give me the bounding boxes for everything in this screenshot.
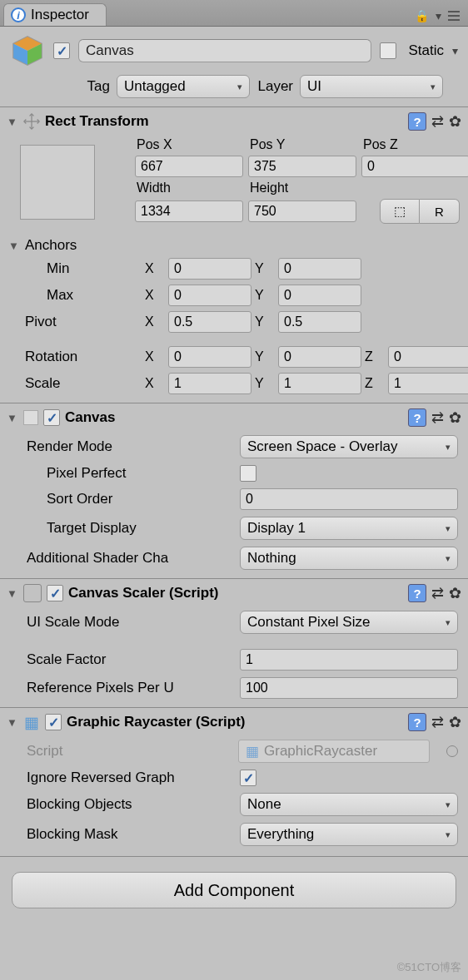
preset-icon[interactable]: ⇄ — [431, 584, 444, 602]
preset-icon[interactable]: ⇄ — [431, 713, 444, 731]
pos-z-label: Pos Z — [361, 137, 468, 152]
foldout-icon[interactable]: ▼ — [7, 587, 18, 600]
sort-order-label: Sort Order — [47, 491, 233, 507]
chevron-down-icon: ▾ — [237, 82, 242, 92]
pivot-y-input[interactable] — [278, 311, 361, 333]
rotation-y-input[interactable] — [278, 346, 361, 368]
raw-edit-button[interactable]: R — [420, 199, 460, 224]
static-checkbox[interactable] — [380, 42, 396, 59]
scale-row: Scale X Y Z — [0, 370, 468, 403]
object-name-input[interactable] — [78, 39, 371, 62]
anchor-min-y-input[interactable] — [278, 258, 361, 280]
add-component-button[interactable]: Add Component — [12, 872, 456, 908]
anchor-preset-button[interactable] — [20, 145, 95, 220]
target-display-dropdown[interactable]: Display 1▾ — [240, 517, 458, 540]
ref-pixels-input[interactable] — [240, 677, 458, 699]
gameobject-icon[interactable] — [10, 33, 45, 68]
scale-z-input[interactable] — [388, 373, 468, 394]
component-enabled-checkbox[interactable] — [45, 714, 62, 730]
gear-icon[interactable]: ✿ — [449, 112, 461, 131]
pivot-x-input[interactable] — [168, 311, 251, 333]
height-input[interactable] — [248, 200, 356, 222]
component-enabled-checkbox[interactable] — [43, 409, 60, 426]
gear-icon[interactable]: ✿ — [449, 408, 461, 427]
sort-order-input[interactable] — [240, 488, 458, 510]
tab-menu-icon[interactable]: ▾ — [436, 9, 441, 22]
pixel-perfect-label: Pixel Perfect — [47, 465, 233, 482]
rect-transform-icon — [23, 113, 40, 130]
height-label: Height — [248, 181, 356, 196]
render-mode-label: Render Mode — [27, 438, 233, 455]
tag-dropdown[interactable]: Untagged▾ — [117, 75, 250, 98]
chevron-down-icon: ▾ — [446, 799, 451, 810]
anchor-max-x-input[interactable] — [168, 285, 251, 306]
object-header: Static ▾ — [0, 27, 468, 72]
layer-dropdown[interactable]: UI▾ — [300, 75, 443, 98]
scale-factor-input[interactable] — [240, 649, 458, 671]
pos-z-input[interactable] — [361, 156, 468, 177]
info-icon: i — [11, 7, 26, 22]
shader-channels-label: Additional Shader Cha — [27, 550, 233, 567]
ui-scale-mode-dropdown[interactable]: Constant Pixel Size▾ — [240, 611, 458, 634]
anchor-min-x-input[interactable] — [168, 258, 251, 280]
section-title: Canvas Scaler (Script) — [68, 585, 218, 601]
width-input[interactable] — [135, 200, 243, 222]
pixel-perfect-checkbox[interactable] — [240, 465, 256, 482]
scale-x-input[interactable] — [168, 373, 251, 394]
graphic-raycaster-icon: ▦ — [23, 714, 40, 730]
blueprint-mode-button[interactable]: ⬚ — [380, 199, 420, 224]
foldout-icon[interactable]: ▼ — [8, 240, 20, 252]
gear-icon[interactable]: ✿ — [449, 584, 461, 602]
anchor-max-y-input[interactable] — [278, 285, 361, 306]
rect-transform-section: ▼ Rect Transform ? ⇄ ✿ Pos X Pos Y Pos Z… — [0, 106, 468, 403]
target-display-label: Target Display — [47, 520, 233, 537]
ignore-reversed-label: Ignore Reversed Graph — [27, 770, 233, 786]
anchors-label: Anchors — [25, 237, 77, 254]
preset-icon[interactable]: ⇄ — [431, 408, 444, 427]
canvas-section: ▼ Canvas ? ⇄ ✿ Render Mode Screen Space … — [0, 403, 468, 578]
rotation-x-input[interactable] — [168, 346, 251, 368]
tab-bar: i Inspector 🔒 ▾ — [0, 0, 468, 27]
active-checkbox[interactable] — [53, 42, 70, 59]
pos-y-input[interactable] — [248, 156, 356, 177]
render-mode-dropdown[interactable]: Screen Space - Overlay▾ — [240, 435, 458, 458]
canvas-scaler-section: ▼ Canvas Scaler (Script) ? ⇄ ✿ UI Scale … — [0, 578, 468, 707]
preset-icon[interactable]: ⇄ — [431, 112, 444, 131]
foldout-icon[interactable]: ▼ — [7, 116, 18, 128]
pos-x-label: Pos X — [135, 137, 243, 152]
chevron-down-icon: ▾ — [446, 523, 451, 534]
scale-y-input[interactable] — [278, 373, 361, 394]
panel-menu-icon[interactable] — [448, 11, 460, 21]
rotation-z-input[interactable] — [388, 346, 468, 368]
blocking-objects-dropdown[interactable]: None▾ — [240, 793, 458, 816]
ui-scale-mode-label: UI Scale Mode — [27, 614, 233, 631]
help-icon[interactable]: ? — [408, 408, 426, 427]
object-picker-icon[interactable] — [446, 745, 458, 757]
lock-icon[interactable]: 🔒 — [415, 9, 429, 22]
blocking-objects-label: Blocking Objects — [27, 796, 233, 813]
blocking-mask-dropdown[interactable]: Everything▾ — [240, 823, 458, 846]
help-icon[interactable]: ? — [408, 713, 426, 731]
foldout-icon[interactable]: ▼ — [7, 412, 18, 424]
gear-icon[interactable]: ✿ — [449, 713, 461, 731]
watermark: ©51CTO博客 — [397, 960, 461, 975]
section-title: Graphic Raycaster (Script) — [67, 714, 245, 730]
canvas-scaler-icon — [23, 584, 42, 602]
inspector-tab[interactable]: i Inspector — [3, 3, 107, 26]
script-icon: ▦ — [246, 743, 259, 760]
script-label: Script — [27, 743, 233, 760]
tag-label: Tag — [73, 78, 110, 95]
component-enabled-checkbox[interactable] — [47, 585, 63, 601]
help-icon[interactable]: ? — [408, 112, 426, 131]
foldout-icon[interactable]: ▼ — [7, 716, 18, 729]
static-label: Static — [408, 42, 444, 59]
help-icon[interactable]: ? — [408, 584, 426, 602]
width-label: Width — [135, 181, 243, 196]
blocking-mask-label: Blocking Mask — [27, 826, 233, 843]
layer-label: Layer — [256, 78, 293, 95]
static-dropdown-icon[interactable]: ▾ — [452, 44, 458, 57]
pos-x-input[interactable] — [135, 156, 243, 177]
shader-channels-dropdown[interactable]: Nothing▾ — [240, 547, 458, 570]
ref-pixels-label: Reference Pixels Per U — [27, 680, 233, 696]
ignore-reversed-checkbox[interactable] — [240, 770, 256, 786]
